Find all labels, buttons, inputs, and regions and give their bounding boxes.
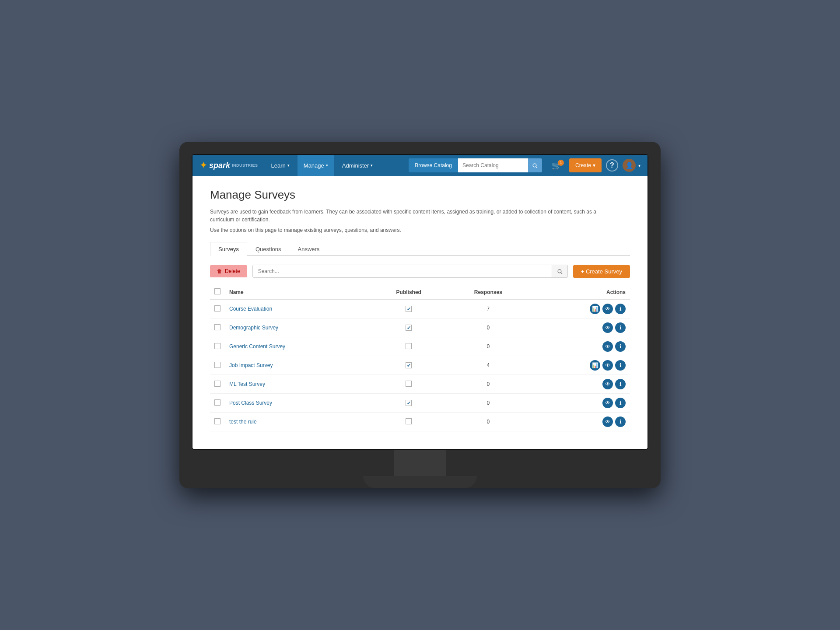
select-all-checkbox[interactable] xyxy=(214,288,220,294)
response-count: 0 xyxy=(447,413,529,431)
row-checkbox[interactable] xyxy=(214,362,220,368)
survey-name-link[interactable]: Demographic Survey xyxy=(229,325,278,331)
published-checkbox[interactable]: ✔ xyxy=(406,325,412,331)
tab-answers[interactable]: Answers xyxy=(290,242,328,256)
monitor-screen: ✦ spark INDUSTRIES Learn ▾ Manage ▾ Admi… xyxy=(192,154,648,450)
svg-line-1 xyxy=(536,166,537,168)
delete-button[interactable]: 🗑 Delete xyxy=(210,265,247,277)
survey-search-container xyxy=(252,265,568,278)
cart-button[interactable]: 🛒 1 xyxy=(548,161,565,170)
administer-arrow: ▾ xyxy=(371,163,373,168)
chart-icon-button[interactable]: 📊 xyxy=(590,304,600,314)
row-checkbox[interactable] xyxy=(214,399,220,406)
published-checkbox[interactable]: ✔ xyxy=(406,306,412,312)
logo-name: spark xyxy=(209,161,230,170)
row-checkbox[interactable] xyxy=(214,343,220,349)
response-count: 0 xyxy=(447,375,529,394)
nav-learn[interactable]: Learn ▾ xyxy=(265,155,296,176)
published-checkbox[interactable] xyxy=(406,343,412,349)
chart-icon-button[interactable]: 📊 xyxy=(590,360,600,371)
table-row: ML Test Survey 0 👁 ℹ xyxy=(210,375,630,394)
main-content: Manage Surveys Surveys are used to gain … xyxy=(192,176,648,449)
view-icon-button[interactable]: 👁 xyxy=(602,304,613,314)
help-button[interactable]: ? xyxy=(606,159,618,172)
learn-arrow: ▾ xyxy=(287,163,290,168)
survey-name-link[interactable]: ML Test Survey xyxy=(229,381,265,387)
info-icon-button[interactable]: ℹ xyxy=(615,341,626,352)
svg-line-3 xyxy=(561,272,562,273)
col-name: Name xyxy=(225,285,371,300)
info-icon-button[interactable]: ℹ xyxy=(615,360,626,371)
survey-name-link[interactable]: Job Impact Survey xyxy=(229,362,273,368)
response-count: 4 xyxy=(447,356,529,375)
catalog-search-bar: Browse Catalog xyxy=(409,158,542,172)
table-row: Post Class Survey ✔ 0 👁 ℹ xyxy=(210,394,630,413)
info-icon-button[interactable]: ℹ xyxy=(615,398,626,408)
monitor-stand-neck xyxy=(394,450,446,476)
view-icon-button[interactable]: 👁 xyxy=(602,360,613,371)
response-count: 0 xyxy=(447,318,529,337)
monitor-stand-base xyxy=(363,476,477,488)
search-catalog-button[interactable] xyxy=(528,158,542,172)
avatar[interactable]: 👤 xyxy=(623,159,636,172)
logo-company: INDUSTRIES xyxy=(232,163,258,168)
tabs-container: Surveys Questions Answers xyxy=(210,242,630,256)
table-row: Generic Content Survey 0 👁 ℹ xyxy=(210,337,630,356)
info-icon-button[interactable]: ℹ xyxy=(615,379,626,389)
row-checkbox[interactable] xyxy=(214,381,220,387)
published-checkbox[interactable] xyxy=(406,381,412,387)
trash-icon: 🗑 xyxy=(217,268,222,274)
survey-name-link[interactable]: Generic Content Survey xyxy=(229,343,285,350)
nav-manage[interactable]: Manage ▾ xyxy=(298,155,334,176)
survey-name-link[interactable]: test the rule xyxy=(229,419,257,425)
tab-surveys[interactable]: Surveys xyxy=(210,242,247,256)
monitor-frame: ✦ spark INDUSTRIES Learn ▾ Manage ▾ Admi… xyxy=(179,142,661,488)
browse-catalog-button[interactable]: Browse Catalog xyxy=(409,158,458,172)
row-checkbox[interactable] xyxy=(214,418,220,424)
survey-name-link[interactable]: Course Evaluation xyxy=(229,306,272,312)
brand: ✦ spark INDUSTRIES xyxy=(200,160,258,171)
create-survey-button[interactable]: + Create Survey xyxy=(573,265,630,278)
svg-point-2 xyxy=(558,270,561,273)
row-checkbox[interactable] xyxy=(214,305,220,312)
info-icon-button[interactable]: ℹ xyxy=(615,304,626,314)
logo-star: ✦ xyxy=(200,160,207,171)
navbar: ✦ spark INDUSTRIES Learn ▾ Manage ▾ Admi… xyxy=(192,155,648,176)
row-checkbox[interactable] xyxy=(214,324,220,330)
cart-badge: 1 xyxy=(558,160,564,166)
nav-administer[interactable]: Administer ▾ xyxy=(336,155,379,176)
response-count: 0 xyxy=(447,394,529,413)
col-responses: Responses xyxy=(447,285,529,300)
logo[interactable]: ✦ spark INDUSTRIES xyxy=(200,160,258,171)
published-checkbox[interactable]: ✔ xyxy=(406,362,412,368)
search-catalog-input[interactable] xyxy=(458,158,528,172)
response-count: 7 xyxy=(447,300,529,318)
view-icon-button[interactable]: 👁 xyxy=(602,341,613,352)
table-row: Job Impact Survey ✔ 4 📊 👁 ℹ xyxy=(210,356,630,375)
col-actions: Actions xyxy=(529,285,630,300)
create-button[interactable]: Create ▾ xyxy=(569,158,602,172)
avatar-dropdown-arrow[interactable]: ▾ xyxy=(638,163,640,168)
view-icon-button[interactable]: 👁 xyxy=(602,379,613,389)
survey-search-input[interactable] xyxy=(253,265,552,277)
response-count: 0 xyxy=(447,337,529,356)
view-icon-button[interactable]: 👁 xyxy=(602,398,613,408)
view-icon-button[interactable]: 👁 xyxy=(602,416,613,427)
survey-name-link[interactable]: Post Class Survey xyxy=(229,400,272,406)
page-instructions: Use the options on this page to manage e… xyxy=(210,227,630,233)
page-title: Manage Surveys xyxy=(210,188,630,202)
info-icon-button[interactable]: ℹ xyxy=(615,416,626,427)
svg-point-0 xyxy=(533,164,537,167)
published-checkbox[interactable]: ✔ xyxy=(406,400,412,406)
col-published: Published xyxy=(371,285,447,300)
surveys-table: Name Published Responses Actions Course … xyxy=(210,285,630,431)
table-row: Course Evaluation ✔ 7 📊 👁 ℹ xyxy=(210,300,630,318)
table-row: test the rule 0 👁 ℹ xyxy=(210,413,630,431)
published-checkbox[interactable] xyxy=(406,418,412,424)
view-icon-button[interactable]: 👁 xyxy=(602,322,613,333)
page-description: Surveys are used to gain feedback from l… xyxy=(210,208,604,224)
info-icon-button[interactable]: ℹ xyxy=(615,322,626,333)
survey-search-button[interactable] xyxy=(552,265,567,277)
table-row: Demographic Survey ✔ 0 👁 ℹ xyxy=(210,318,630,337)
tab-questions[interactable]: Questions xyxy=(247,242,290,256)
